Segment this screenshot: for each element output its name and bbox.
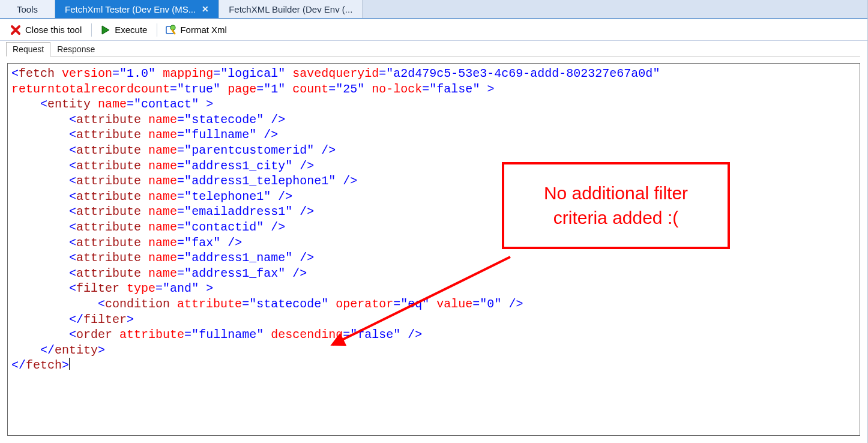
button-label: Format Xml	[180, 25, 227, 35]
close-x-icon	[10, 24, 22, 36]
tab-fetchxml-tester[interactable]: FetchXml Tester (Dev Env (MS... ✕	[55, 0, 219, 18]
toolbar-divider	[157, 23, 157, 37]
subtab-label: Response	[57, 44, 95, 54]
execute-button[interactable]: Execute	[94, 23, 152, 37]
svg-marker-0	[102, 26, 109, 34]
play-icon	[99, 24, 111, 36]
editor-wrap: <fetch version="1.0" mapping="logical" s…	[0, 57, 867, 443]
xml-editor[interactable]: <fetch version="1.0" mapping="logical" s…	[7, 63, 860, 436]
tab-label: Tools	[17, 4, 38, 14]
format-xml-button[interactable]: Format Xml	[160, 23, 232, 37]
subtab-label: Request	[13, 44, 44, 54]
toolbar-divider	[91, 23, 92, 37]
editor-subtabs: Request Response	[0, 41, 867, 56]
subtabs-underline	[7, 56, 860, 56]
window-tabstrip: Tools FetchXml Tester (Dev Env (MS... ✕ …	[0, 0, 867, 19]
button-label: Execute	[115, 25, 147, 35]
tab-response[interactable]: Response	[50, 42, 101, 56]
close-icon[interactable]: ✕	[202, 4, 209, 14]
tab-label: FetchXml Tester (Dev Env (MS...	[65, 4, 196, 14]
close-tool-button[interactable]: Close this tool	[5, 23, 86, 37]
format-icon	[164, 24, 176, 36]
tab-label: FetchXML Builder (Dev Env (...	[229, 4, 352, 14]
svg-point-2	[170, 25, 175, 30]
tab-fetchxml-builder[interactable]: FetchXML Builder (Dev Env (...	[219, 0, 363, 18]
tab-tools[interactable]: Tools	[0, 0, 55, 18]
button-label: Close this tool	[25, 25, 82, 35]
toolbar: Close this tool Execute Format Xml	[0, 19, 867, 41]
tab-request[interactable]: Request	[6, 42, 50, 56]
